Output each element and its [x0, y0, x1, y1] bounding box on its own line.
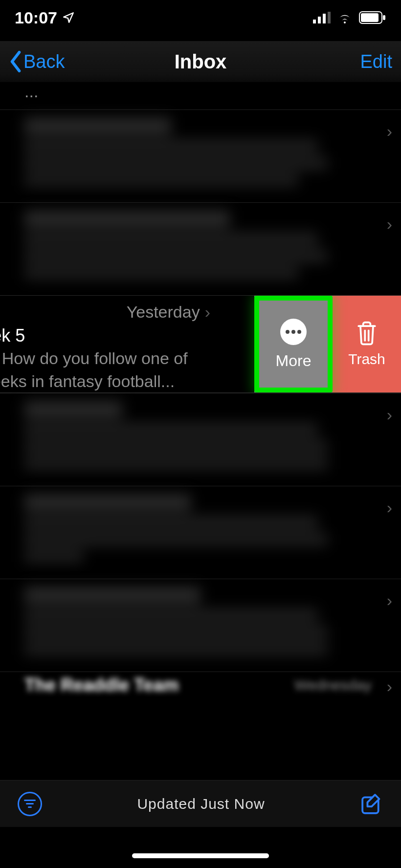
edit-button[interactable]: Edit [360, 51, 392, 72]
redacted-content [0, 579, 401, 672]
status-right [313, 11, 386, 24]
status-left: 10:07 [15, 8, 75, 27]
mail-subject: Week 5 [0, 326, 215, 346]
more-label: More [276, 352, 312, 370]
svg-rect-0 [313, 20, 316, 23]
chevron-right-icon: › [205, 303, 210, 322]
svg-rect-2 [323, 14, 326, 23]
sync-status: Updated Just Now [137, 796, 265, 812]
status-time: 10:07 [15, 8, 57, 27]
mail-row[interactable]: › [0, 393, 401, 486]
compose-icon [360, 792, 383, 816]
mail-date: Yesterday [127, 303, 200, 322]
nav-bar: Back Inbox Edit [0, 41, 401, 82]
redacted-content [0, 110, 401, 202]
mail-row[interactable]: › [0, 109, 401, 202]
screen: 10:07 Back Inbox Edit ... › [0, 0, 401, 868]
redacted-content [0, 203, 401, 295]
mail-preview-line: g weeks in fantasy football... [0, 371, 215, 392]
svg-rect-3 [328, 12, 331, 23]
back-button[interactable]: Back [9, 51, 65, 72]
svg-rect-1 [318, 17, 321, 23]
swipe-actions: Trash [333, 296, 401, 392]
mail-row[interactable]: › [0, 486, 401, 579]
redacted-content [0, 393, 401, 486]
status-bar: 10:07 [0, 0, 401, 35]
chevron-right-icon: › [387, 677, 392, 696]
wifi-icon [336, 12, 353, 23]
more-button[interactable]: More [254, 296, 333, 392]
mail-sender: The Readdle Team [24, 675, 178, 695]
mail-row[interactable]: The Readdle Team Wednesday › [0, 672, 401, 701]
trash-button[interactable]: Trash [333, 296, 401, 392]
chevron-left-icon [9, 51, 22, 72]
chevron-right-icon: › [387, 498, 392, 517]
filter-button[interactable] [18, 792, 42, 816]
mail-list[interactable]: ... › › Yesterday [0, 82, 401, 782]
trash-label: Trash [348, 351, 385, 368]
svg-rect-5 [361, 13, 379, 22]
mail-row[interactable]: › [0, 579, 401, 672]
bottom-toolbar: Updated Just Now [0, 780, 401, 827]
trash-icon [356, 321, 378, 346]
back-label: Back [23, 51, 65, 72]
redacted-content [0, 486, 401, 579]
chevron-right-icon: › [387, 122, 392, 141]
overflow-dots: ... [0, 82, 401, 109]
mail-row-content[interactable]: Yesterday › Week 5 ek 5 How do you follo… [0, 296, 215, 392]
cellular-icon [313, 12, 331, 23]
mail-row[interactable]: › [0, 202, 401, 295]
more-icon [280, 319, 307, 345]
location-icon [62, 11, 75, 24]
chevron-right-icon: › [387, 405, 392, 424]
mail-row-swiped[interactable]: Yesterday › Week 5 ek 5 How do you follo… [0, 295, 401, 393]
battery-icon [359, 11, 386, 24]
svg-rect-6 [383, 15, 385, 20]
mail-date: Wednesday [294, 677, 372, 694]
mail-preview-line: ek 5 How do you follow one of [0, 348, 215, 369]
chevron-right-icon: › [387, 215, 392, 234]
chevron-right-icon: › [387, 591, 392, 610]
compose-button[interactable] [360, 792, 383, 816]
home-indicator[interactable] [132, 853, 269, 858]
